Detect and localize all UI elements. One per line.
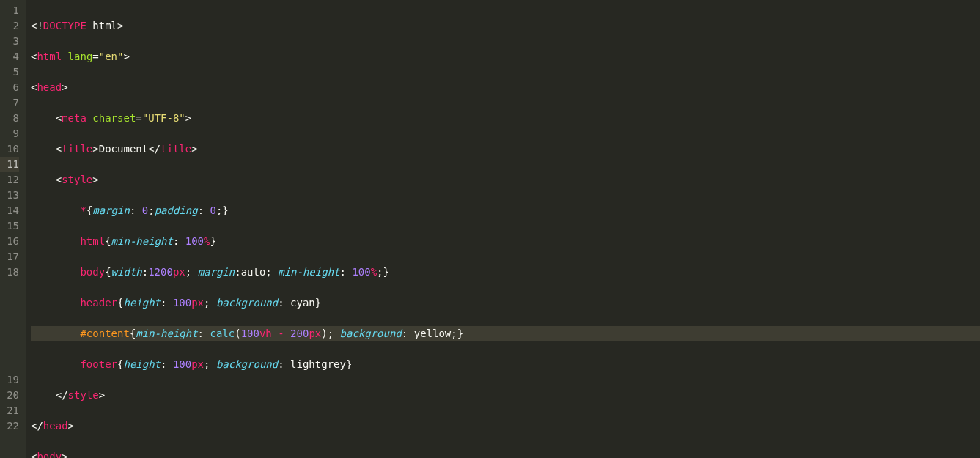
line-number: 22	[0, 418, 19, 434]
line-number: 15	[0, 218, 19, 234]
code-line[interactable]: footer{height: 100px; background: lightg…	[31, 357, 980, 372]
line-number: 1	[0, 3, 19, 18]
code-line-active[interactable]: #content{min-height: calc(100vh - 200px)…	[31, 326, 980, 341]
line-number: 18	[0, 265, 19, 280]
line-number: 6	[0, 80, 19, 95]
line-number: 16	[0, 234, 19, 249]
line-number: 10	[0, 141, 19, 157]
code-line[interactable]: header{height: 100px; background: cyan}	[31, 295, 980, 311]
line-number: 2	[0, 18, 19, 34]
code-line[interactable]: <html lang="en">	[31, 49, 980, 64]
line-number: 4	[0, 49, 19, 64]
line-number: 17	[0, 249, 19, 265]
line-number: 12	[0, 172, 19, 188]
line-number-gutter: 1 2 3 4 5 6 7 8 9 10 11 12 13 14 15 16 1…	[0, 0, 26, 458]
line-number: 13	[0, 188, 19, 203]
code-line[interactable]: </style>	[31, 388, 980, 403]
line-number: 8	[0, 111, 19, 126]
code-editor-area[interactable]: <!DOCTYPE html> <html lang="en"> <head> …	[26, 0, 980, 458]
code-line[interactable]: <!DOCTYPE html>	[31, 18, 980, 34]
code-line[interactable]: <title>Document</title>	[31, 141, 980, 157]
line-number	[0, 280, 19, 372]
line-number: 9	[0, 126, 19, 141]
code-line[interactable]: <head>	[31, 80, 980, 95]
code-line[interactable]: body{width:1200px; margin:auto; min-heig…	[31, 265, 980, 280]
line-number: 19	[0, 372, 19, 388]
line-number: 20	[0, 388, 19, 403]
line-number-active: 11	[0, 157, 19, 172]
line-number: 3	[0, 34, 19, 49]
code-line[interactable]: html{min-height: 100%}	[31, 234, 980, 249]
line-number: 14	[0, 203, 19, 218]
line-number: 7	[0, 95, 19, 111]
code-line[interactable]: <style>	[31, 172, 980, 188]
line-number: 21	[0, 403, 19, 418]
code-line[interactable]: <meta charset="UTF-8">	[31, 111, 980, 126]
code-line[interactable]: </head>	[31, 418, 980, 434]
code-line[interactable]: *{margin: 0;padding: 0;}	[31, 203, 980, 218]
line-number: 5	[0, 64, 19, 80]
code-line[interactable]: <body>	[31, 449, 980, 458]
